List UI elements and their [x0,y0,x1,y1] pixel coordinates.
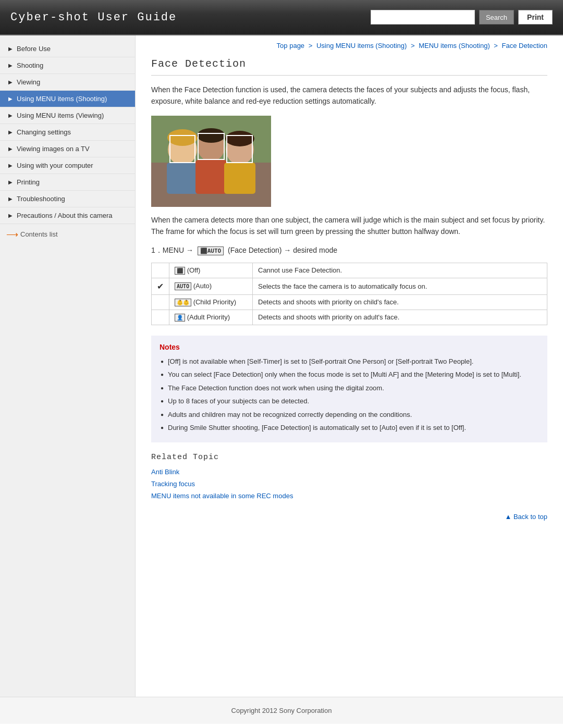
chevron-right-icon: ▶ [8,79,14,85]
sidebar-item-computer[interactable]: ▶ Using with your computer [0,157,135,174]
multi-subject-paragraph: When the camera detects more than one su… [151,214,547,238]
face-detection-photo [151,116,271,207]
check-cell [152,263,169,278]
list-item: Adults and children may not be recognize… [160,409,539,422]
mode-icon-cell: ⬛ (Off) [169,263,253,278]
chevron-right-icon: ▶ [8,96,14,102]
feature-table: ⬛ (Off) Cannot use Face Detection. ✔ AUT… [151,263,547,325]
child-icon: 👶👶 [175,299,191,306]
notes-list: [Off] is not available when [Self-Timer]… [160,355,539,435]
back-to-top-label: ▲ Back to top [505,513,547,521]
header-search-area: Search Print [371,10,553,24]
sidebar-item-printing[interactable]: ▶ Printing [0,174,135,191]
svg-point-9 [225,131,254,146]
sidebar-item-precautions[interactable]: ▶ Precautions / About this camera [0,207,135,224]
contents-list-link[interactable]: ⟶ Contents list [0,224,135,244]
copyright-text: Copyright 2012 Sony Corporation [231,707,332,714]
adult-icon: 👤 [175,314,185,322]
mode-icon-cell: AUTO (Auto) [169,278,253,294]
sidebar-item-label: Shooting [17,61,43,69]
related-title: Related Topic [151,453,547,462]
site-header: Cyber-shot User Guide Search Print [0,0,563,35]
breadcrumb: Top page > Using MENU items (Shooting) >… [151,42,547,50]
list-item: [Off] is not available when [Self-Timer]… [160,355,539,369]
contents-list-label: Contents list [20,230,58,238]
svg-point-3 [167,129,198,146]
site-title: Cyber-shot User Guide [10,11,177,24]
svg-point-6 [197,128,225,143]
chevron-right-icon: ▶ [8,63,14,68]
sidebar-item-viewing-tv[interactable]: ▶ Viewing images on a TV [0,141,135,157]
list-item: You can select [Face Detection] only whe… [160,368,539,382]
breadcrumb-using-menu-shooting[interactable]: Using MENU items (Shooting) [316,42,407,50]
sidebar-item-before-use[interactable]: ▶ Before Use [0,41,135,57]
breadcrumb-separator: > [309,42,314,50]
list-item: During Smile Shutter shooting, [Face Det… [160,422,539,435]
page-footer: Copyright 2012 Sony Corporation [0,697,563,724]
chevron-right-icon: ▶ [8,146,14,152]
mode-icon-cell: 👶👶 (Child Priority) [169,294,253,310]
sidebar-item-viewing[interactable]: ▶ Viewing [0,74,135,91]
page-layout: ▶ Before Use ▶ Shooting ▶ Viewing ▶ Usin… [0,35,563,697]
mode-description: Detects and shoots with priority on adul… [253,310,547,325]
chevron-right-icon: ▶ [8,213,14,218]
table-row: 👶👶 (Child Priority) Detects and shoots w… [152,294,547,310]
sidebar-item-changing-settings[interactable]: ▶ Changing settings [0,124,135,141]
sidebar-item-shooting[interactable]: ▶ Shooting [0,57,135,74]
search-button[interactable]: Search [479,10,514,24]
breadcrumb-menu-items-shooting[interactable]: MENU items (Shooting) [419,42,490,50]
mode-icon-cell: 👤 (Adult Priority) [169,310,253,325]
sidebar-item-label: Before Use [17,45,51,53]
print-button[interactable]: Print [518,10,553,24]
auto-icon: AUTO [175,282,191,290]
svg-rect-7 [195,160,227,194]
svg-rect-10 [224,163,255,194]
sidebar-item-label: Troubleshooting [17,195,65,203]
chevron-right-icon: ▶ [8,163,14,168]
table-row: 👤 (Adult Priority) Detects and shoots wi… [152,310,547,325]
breadcrumb-face-detection[interactable]: Face Detection [502,42,547,50]
step-instruction: 1．MENU → ⬛AUTO (Face Detection) → desire… [151,246,547,255]
breadcrumb-separator: > [411,42,417,50]
main-content: Top page > Using MENU items (Shooting) >… [136,35,563,697]
sidebar-item-label: Changing settings [17,128,71,136]
table-row: ⬛ (Off) Cannot use Face Detection. [152,263,547,278]
sidebar-item-label: Viewing [17,78,40,86]
arrow-right-icon: ⟶ [6,229,18,239]
mode-description: Cannot use Face Detection. [253,263,547,278]
breadcrumb-top-page[interactable]: Top page [277,42,305,50]
sidebar-item-label: Using with your computer [17,162,93,169]
back-to-top-link[interactable]: ▲ Back to top [151,513,547,521]
table-row: ✔ AUTO (Auto) Selects the face the camer… [152,278,547,294]
search-input[interactable] [371,10,475,24]
related-link-menu-items[interactable]: MENU items not available in some REC mod… [151,490,547,502]
sidebar-item-troubleshooting[interactable]: ▶ Troubleshooting [0,191,135,207]
svg-rect-4 [167,163,198,194]
notes-section: Notes [Off] is not available when [Self-… [151,336,547,442]
list-item: Up to 8 faces of your subjects can be de… [160,395,539,409]
mode-description: Selects the face the camera is to automa… [253,278,547,294]
checkmark-icon: ✔ [157,282,164,291]
sidebar-item-label: Viewing images on a TV [17,145,90,153]
sidebar-item-label: Printing [17,178,40,186]
chevron-right-icon: ▶ [8,46,14,52]
related-section: Related Topic Anti Blink Tracking focus … [151,453,547,502]
list-item: The Face Detection function does not wor… [160,382,539,396]
sidebar-item-using-menu-shooting[interactable]: ▶ Using MENU items (Shooting) [0,91,135,107]
menu-icon: ⬛AUTO [198,246,224,255]
mode-label: (Adult Priority) [187,313,230,321]
related-link-tracking-focus[interactable]: Tracking focus [151,478,547,490]
notes-title: Notes [160,343,539,351]
sidebar-item-label: Using MENU items (Shooting) [17,95,107,103]
sidebar-item-using-menu-viewing[interactable]: ▶ Using MENU items (Viewing) [0,107,135,124]
chevron-right-icon: ▶ [8,113,14,118]
check-cell [152,294,169,310]
chevron-right-icon: ▶ [8,196,14,202]
mode-label: (Child Priority) [193,298,236,306]
breadcrumb-separator: > [494,42,499,50]
sidebar-item-label: Precautions / About this camera [17,212,113,219]
check-cell [152,310,169,325]
chevron-right-icon: ▶ [8,179,14,185]
mode-label: (Off) [187,266,201,274]
related-link-anti-blink[interactable]: Anti Blink [151,466,547,478]
